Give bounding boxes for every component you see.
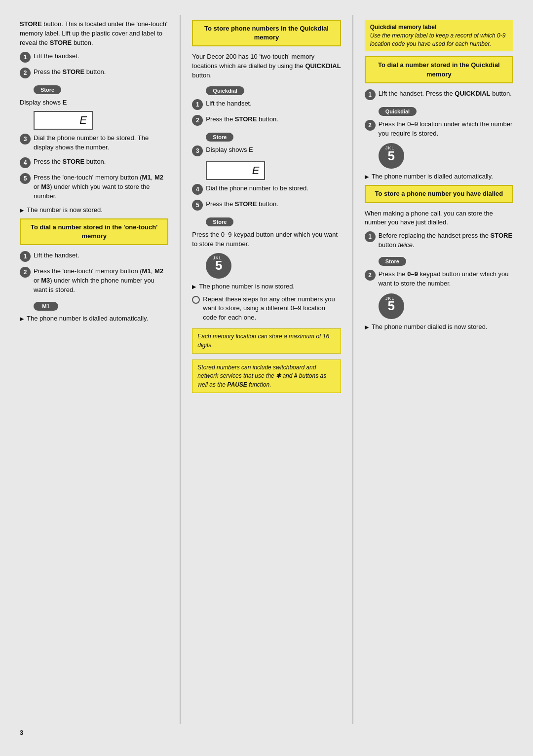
col2-step-2-text: Press the STORE button. <box>206 115 341 124</box>
arrow-dialled: The phone number is dialled automaticall… <box>20 315 168 322</box>
col3-dial-step-circle-2: 2 <box>365 120 376 131</box>
box-dial-quickdial: To dial a number stored in the Quickdial… <box>365 56 513 83</box>
col2-step-5-text: Press the STORE button. <box>206 200 341 209</box>
keypad-5-col2: JKL 5 <box>206 253 231 279</box>
quickdial-intro-end: button. <box>192 72 212 79</box>
keypad-num-col3a: 5 <box>387 148 394 164</box>
page: STORE button. This is located under the … <box>0 0 533 756</box>
box-store-quickdial: To store phone numbers in the Quickdial … <box>192 20 341 46</box>
memory-label-box: Quickdial memory label Use the memory la… <box>365 20 513 51</box>
display-box-2: E <box>206 161 265 180</box>
col3-store-step-2: 2 Press the 0–9 keypad button under whic… <box>365 270 513 288</box>
step-circle-1: 1 <box>20 52 31 63</box>
col3-store-step-1-text: Before replacing the handset press the S… <box>379 231 513 250</box>
display-box-1: E <box>34 111 93 130</box>
col3-store-step-circle-1: 1 <box>365 231 376 242</box>
memory-label-title: Quickdial memory label <box>370 24 437 31</box>
dial-step-circle-2: 2 <box>20 267 31 278</box>
display-letter-1: E <box>79 114 87 127</box>
col2-arrow-1: The phone number is now stored. <box>192 283 341 290</box>
col2-arrow-1-text: The phone number is now stored. <box>199 283 295 290</box>
quickdial-intro: Your Decor 200 has 10 'two-touch' memory… <box>192 52 341 80</box>
display-shows-label: Display shows E <box>20 98 168 108</box>
arrow-stored-text: The number is now stored. <box>27 206 103 214</box>
step-1: 1 Lift the handset. <box>20 52 168 63</box>
m1-button: M1 <box>34 302 58 311</box>
intro-text-2: button. <box>72 39 93 46</box>
col2-step-circle-5: 5 <box>192 200 203 211</box>
col3-store-step-2-text: Press the 0–9 keypad button under which … <box>379 270 513 288</box>
quickdial-bold: QUICKDIAL <box>305 62 341 70</box>
col3-store-step-circle-2: 2 <box>365 270 376 281</box>
col2-step-1: 1 Lift the handset. <box>192 99 341 110</box>
dial-step-2: 2 Press the 'one-touch' memory button (M… <box>20 267 168 295</box>
quickdial-button-2: Quickdial <box>379 107 417 116</box>
intro-text-1: button. This is located under the 'one-t… <box>20 20 167 46</box>
press-0-9-text: Press the 0–9 keypad button under which … <box>192 230 341 249</box>
col2-step-1-text: Lift the handset. <box>206 99 341 108</box>
box-dial-onetouch: To dial a number stored in the 'one-touc… <box>20 218 168 245</box>
step-4: 4 Press the STORE button. <box>20 157 168 168</box>
note-switchboard: Stored numbers can include switchboard a… <box>192 360 341 393</box>
col2-step-3-text: Display shows E <box>206 145 341 155</box>
dial-step-1: 1 Lift the handset. <box>20 251 168 262</box>
dial-step-circle-1: 1 <box>20 251 31 262</box>
col3-dial-step-1-text: Lift the handset. Press the QUICKDIAL bu… <box>379 89 513 99</box>
col2-step-4-text: Dial the phone number to be stored. <box>206 184 341 193</box>
col2-step-3: 3 Display shows E <box>192 145 341 156</box>
keypad-jkl-col3a: JKL <box>385 145 395 150</box>
col2-step-5: 5 Press the STORE button. <box>192 200 341 211</box>
keypad-5-col3b: JKL 5 <box>379 293 404 319</box>
memory-label-text: Use the memory label to keep a record of… <box>370 32 506 47</box>
step-circle-4: 4 <box>20 157 31 168</box>
step-5-text: Press the 'one-touch' memory button (M1,… <box>34 173 168 201</box>
col2-step-circle-1: 1 <box>192 99 203 110</box>
page-number: 3 <box>20 729 513 736</box>
note-switchboard-text: Stored numbers can include switchboard a… <box>197 364 326 388</box>
store-bold-2: STORE <box>50 39 72 46</box>
step-4-text: Press the STORE button. <box>34 157 168 167</box>
intro-text: STORE button. This is located under the … <box>20 20 168 48</box>
step-2-text: Press the STORE button. <box>34 68 168 77</box>
col3-arrow-2: The phone number dialled is now stored. <box>365 323 513 330</box>
dial-step-1-text: Lift the handset. <box>34 251 168 260</box>
store-button-oval-2: Store <box>206 133 233 142</box>
col3-dial-step-2-text: Press the 0–9 location under which the n… <box>379 120 513 139</box>
col3-dial-step-2: 2 Press the 0–9 location under which the… <box>365 120 513 139</box>
arrow-stored: The number is now stored. <box>20 206 168 214</box>
col3-arrow-2-text: The phone number dialled is now stored. <box>372 323 488 330</box>
keypad-num-col3b: 5 <box>387 298 394 314</box>
arrow-dialled-text: The phone number is dialled automaticall… <box>27 315 148 322</box>
col2-step-circle-4: 4 <box>192 184 203 195</box>
column-2: To store phone numbers in the Quickdial … <box>183 15 349 724</box>
col2-step-circle-2: 2 <box>192 115 203 126</box>
column-1: STORE button. This is located under the … <box>20 15 177 724</box>
col2-step-4: 4 Dial the phone number to be stored. <box>192 184 341 195</box>
step-circle-5: 5 <box>20 173 31 184</box>
col3-store-step-1: 1 Before replacing the handset press the… <box>365 231 513 250</box>
col2-bullet-text: Repeat these steps for any other numbers… <box>203 295 341 323</box>
step-circle-2: 2 <box>20 68 31 78</box>
col3-arrow-1: The phone number is dialled automaticall… <box>365 173 513 180</box>
store-button-oval-1: Store <box>34 85 61 94</box>
quickdial-intro-text: Your Decor 200 has 10 'two-touch' memory… <box>192 53 314 70</box>
col3-dial-step-1: 1 Lift the handset. Press the QUICKDIAL … <box>365 89 513 100</box>
step-5: 5 Press the 'one-touch' memory button (M… <box>20 173 168 201</box>
divider-2 <box>352 15 353 724</box>
store-bold-1: STORE <box>20 20 42 28</box>
step-circle-3: 3 <box>20 134 31 144</box>
keypad-jkl-col3b: JKL <box>385 296 395 301</box>
bullet-circle-icon <box>192 296 200 304</box>
step-2: 2 Press the STORE button. <box>20 68 168 78</box>
step-3: 3 Dial the phone number to be stored. Th… <box>20 134 168 152</box>
col3-dial-step-circle-1: 1 <box>365 89 376 100</box>
col3-arrow-1-text: The phone number is dialled automaticall… <box>372 173 493 180</box>
note-16-text: Each memory location can store a maximum… <box>197 333 329 348</box>
step-1-text: Lift the handset. <box>34 52 168 61</box>
divider-1 <box>180 15 181 724</box>
store-dialled-intro: When making a phone call, you can store … <box>365 209 513 228</box>
col2-bullet: Repeat these steps for any other numbers… <box>192 295 341 323</box>
quickdial-button-1: Quickdial <box>206 86 244 95</box>
keypad-5-col3a: JKL 5 <box>379 143 404 169</box>
col2-step-circle-3: 3 <box>192 145 203 156</box>
